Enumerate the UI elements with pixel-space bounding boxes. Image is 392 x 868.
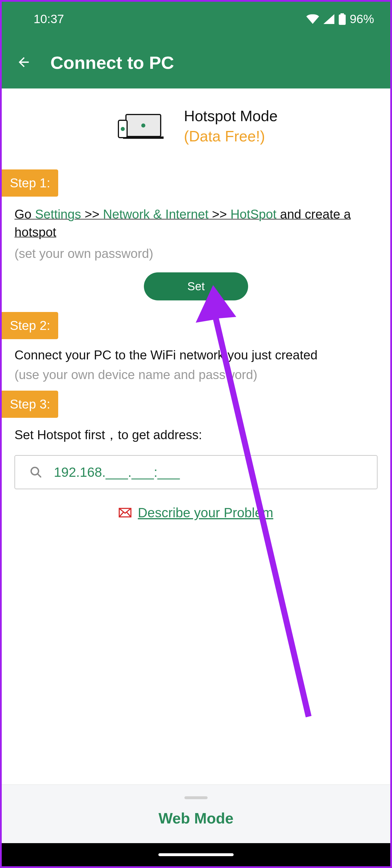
- battery-icon: [339, 13, 346, 25]
- step-1-badge: Step 1:: [2, 169, 58, 197]
- status-bar: 10:37 96%: [2, 2, 390, 36]
- signal-icon: [323, 14, 335, 24]
- set-button[interactable]: Set: [144, 272, 248, 301]
- main-content: Hotspot Mode (Data Free!) Step 1: Go Set…: [2, 89, 390, 866]
- svg-point-4: [141, 123, 145, 127]
- network-internet-link[interactable]: Network & Internet: [103, 207, 208, 221]
- page-title: Connect to PC: [50, 52, 174, 73]
- step-3-badge: Step 3:: [2, 391, 58, 418]
- ip-address-placeholder: 192.168.___.___:___: [54, 464, 180, 480]
- battery-percent: 96%: [350, 12, 374, 26]
- system-nav-bar: [2, 843, 390, 866]
- step-1-subtext: (set your own password): [15, 246, 377, 261]
- device-illustration-icon: [114, 112, 164, 141]
- step-2-subtext: (use your own device name and password): [15, 368, 377, 382]
- arrow-left-icon: [16, 55, 31, 70]
- app-bar: Connect to PC: [2, 36, 390, 89]
- settings-link[interactable]: Settings: [35, 207, 81, 221]
- svg-point-6: [121, 127, 125, 131]
- svg-rect-1: [339, 14, 346, 25]
- describe-problem-link[interactable]: Describe your Problem: [138, 505, 273, 521]
- status-time: 10:37: [34, 12, 64, 26]
- web-mode-label: Web Mode: [2, 810, 390, 827]
- back-button[interactable]: [13, 52, 34, 73]
- web-mode-panel[interactable]: Web Mode: [2, 784, 390, 843]
- svg-rect-0: [340, 13, 344, 14]
- hotspot-link[interactable]: HotSpot: [230, 207, 277, 221]
- drag-handle-icon[interactable]: [185, 796, 207, 799]
- step-3-instruction: Set Hotspot first，to get address:: [15, 427, 377, 443]
- address-box[interactable]: 192.168.___.___:___: [15, 455, 377, 489]
- hero: Hotspot Mode (Data Free!): [2, 89, 390, 169]
- home-indicator[interactable]: [158, 853, 234, 856]
- search-icon: [30, 466, 42, 478]
- hero-title: Hotspot Mode: [184, 106, 278, 126]
- step-1-instruction[interactable]: Go Settings >> Network & Internet >> Hot…: [15, 205, 377, 241]
- problem-row: Describe your Problem: [2, 505, 390, 521]
- step-2-badge: Step 2:: [2, 312, 58, 339]
- step-2: Step 2: Connect your PC to the WiFi netw…: [2, 312, 390, 382]
- mail-icon: [119, 508, 132, 518]
- status-icons: 96%: [306, 12, 374, 26]
- svg-rect-3: [123, 136, 164, 139]
- step-3: Step 3: Set Hotspot first，to get address…: [2, 391, 390, 521]
- step-1: Step 1: Go Settings >> Network & Interne…: [2, 169, 390, 312]
- svg-line-8: [38, 474, 41, 477]
- step-2-instruction: Connect your PC to the WiFi network you …: [15, 348, 377, 362]
- wifi-icon: [306, 14, 319, 24]
- hero-subtitle: (Data Free!): [184, 126, 278, 146]
